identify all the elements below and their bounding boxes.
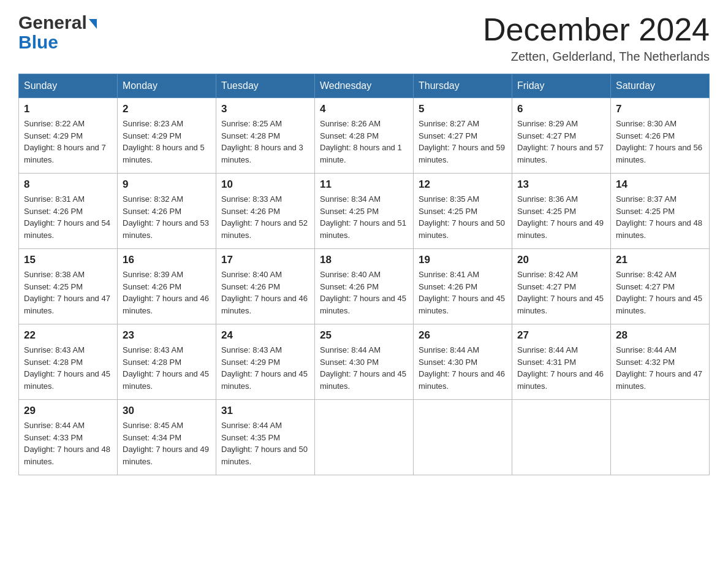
day-number: 28 — [616, 329, 704, 342]
day-number: 15 — [24, 254, 112, 266]
day-number: 22 — [24, 329, 112, 342]
day-info: Sunrise: 8:37 AMSunset: 4:25 PMDaylight:… — [616, 194, 702, 240]
calendar-cell: 5 Sunrise: 8:27 AMSunset: 4:27 PMDayligh… — [414, 98, 512, 174]
day-info: Sunrise: 8:44 AMSunset: 4:33 PMDaylight:… — [24, 421, 110, 466]
day-info: Sunrise: 8:39 AMSunset: 4:26 PMDaylight:… — [123, 270, 209, 315]
calendar-cell: 11 Sunrise: 8:34 AMSunset: 4:25 PMDaylig… — [315, 174, 414, 249]
calendar-cell: 1 Sunrise: 8:22 AMSunset: 4:29 PMDayligh… — [19, 98, 118, 174]
day-number: 6 — [517, 103, 605, 115]
calendar-cell — [512, 400, 611, 475]
calendar-cell: 30 Sunrise: 8:45 AMSunset: 4:34 PMDaylig… — [118, 400, 216, 475]
day-number: 2 — [123, 103, 211, 115]
weekday-header-friday: Friday — [512, 74, 611, 98]
calendar-cell: 24 Sunrise: 8:43 AMSunset: 4:29 PMDaylig… — [216, 324, 315, 400]
calendar-week-row: 8 Sunrise: 8:31 AMSunset: 4:26 PMDayligh… — [19, 174, 710, 249]
month-title: December 2024 — [483, 12, 710, 47]
calendar-cell — [414, 400, 512, 475]
day-number: 16 — [123, 254, 211, 266]
day-info: Sunrise: 8:43 AMSunset: 4:28 PMDaylight:… — [24, 345, 110, 391]
day-info: Sunrise: 8:29 AMSunset: 4:27 PMDaylight:… — [517, 119, 604, 164]
day-info: Sunrise: 8:26 AMSunset: 4:28 PMDaylight:… — [320, 119, 402, 164]
day-number: 4 — [320, 103, 408, 115]
calendar-cell: 19 Sunrise: 8:41 AMSunset: 4:26 PMDaylig… — [414, 249, 512, 324]
day-number: 3 — [221, 103, 309, 115]
day-info: Sunrise: 8:32 AMSunset: 4:26 PMDaylight:… — [123, 194, 209, 240]
day-number: 13 — [517, 178, 605, 191]
calendar-week-row: 15 Sunrise: 8:38 AMSunset: 4:25 PMDaylig… — [19, 249, 710, 324]
weekday-header-sunday: Sunday — [19, 74, 118, 98]
day-info: Sunrise: 8:23 AMSunset: 4:29 PMDaylight:… — [123, 119, 205, 164]
calendar-cell: 22 Sunrise: 8:43 AMSunset: 4:28 PMDaylig… — [19, 324, 118, 400]
calendar-cell: 20 Sunrise: 8:42 AMSunset: 4:27 PMDaylig… — [512, 249, 611, 324]
day-info: Sunrise: 8:34 AMSunset: 4:25 PMDaylight:… — [320, 194, 406, 240]
day-number: 8 — [24, 178, 112, 191]
calendar-cell: 13 Sunrise: 8:36 AMSunset: 4:25 PMDaylig… — [512, 174, 611, 249]
weekday-header-thursday: Thursday — [414, 74, 512, 98]
day-info: Sunrise: 8:44 AMSunset: 4:30 PMDaylight:… — [419, 345, 505, 391]
calendar-cell: 27 Sunrise: 8:44 AMSunset: 4:31 PMDaylig… — [512, 324, 611, 400]
day-number: 12 — [419, 178, 507, 191]
day-info: Sunrise: 8:44 AMSunset: 4:32 PMDaylight:… — [616, 345, 702, 391]
day-number: 25 — [320, 329, 408, 342]
day-info: Sunrise: 8:42 AMSunset: 4:27 PMDaylight:… — [616, 270, 702, 315]
calendar-cell: 31 Sunrise: 8:44 AMSunset: 4:35 PMDaylig… — [216, 400, 315, 475]
calendar-cell: 23 Sunrise: 8:43 AMSunset: 4:28 PMDaylig… — [118, 324, 216, 400]
day-info: Sunrise: 8:27 AMSunset: 4:27 PMDaylight:… — [419, 119, 505, 164]
calendar-week-row: 22 Sunrise: 8:43 AMSunset: 4:28 PMDaylig… — [19, 324, 710, 400]
day-info: Sunrise: 8:22 AMSunset: 4:29 PMDaylight:… — [24, 119, 106, 164]
calendar-cell: 4 Sunrise: 8:26 AMSunset: 4:28 PMDayligh… — [315, 98, 414, 174]
calendar-cell: 17 Sunrise: 8:40 AMSunset: 4:26 PMDaylig… — [216, 249, 315, 324]
calendar-cell: 7 Sunrise: 8:30 AMSunset: 4:26 PMDayligh… — [611, 98, 710, 174]
day-number: 21 — [616, 254, 704, 266]
calendar-cell: 8 Sunrise: 8:31 AMSunset: 4:26 PMDayligh… — [19, 174, 118, 249]
calendar-cell: 3 Sunrise: 8:25 AMSunset: 4:28 PMDayligh… — [216, 98, 315, 174]
calendar-cell: 14 Sunrise: 8:37 AMSunset: 4:25 PMDaylig… — [611, 174, 710, 249]
logo: General Blue — [18, 12, 97, 52]
day-info: Sunrise: 8:40 AMSunset: 4:26 PMDaylight:… — [221, 270, 308, 315]
calendar-cell: 26 Sunrise: 8:44 AMSunset: 4:30 PMDaylig… — [414, 324, 512, 400]
day-info: Sunrise: 8:41 AMSunset: 4:26 PMDaylight:… — [419, 270, 505, 315]
calendar-cell: 28 Sunrise: 8:44 AMSunset: 4:32 PMDaylig… — [611, 324, 710, 400]
calendar-cell: 16 Sunrise: 8:39 AMSunset: 4:26 PMDaylig… — [118, 249, 216, 324]
day-info: Sunrise: 8:31 AMSunset: 4:26 PMDaylight:… — [24, 194, 110, 240]
calendar-cell: 15 Sunrise: 8:38 AMSunset: 4:25 PMDaylig… — [19, 249, 118, 324]
calendar-week-row: 1 Sunrise: 8:22 AMSunset: 4:29 PMDayligh… — [19, 98, 710, 174]
weekday-header-tuesday: Tuesday — [216, 74, 315, 98]
day-info: Sunrise: 8:45 AMSunset: 4:34 PMDaylight:… — [123, 421, 209, 466]
day-number: 5 — [419, 103, 507, 115]
logo-arrow-icon — [89, 19, 97, 29]
day-number: 31 — [221, 405, 309, 417]
day-info: Sunrise: 8:30 AMSunset: 4:26 PMDaylight:… — [616, 119, 702, 164]
title-block: December 2024 Zetten, Gelderland, The Ne… — [483, 12, 710, 64]
day-info: Sunrise: 8:42 AMSunset: 4:27 PMDaylight:… — [517, 270, 604, 315]
day-number: 20 — [517, 254, 605, 266]
day-number: 26 — [419, 329, 507, 342]
day-number: 7 — [616, 103, 704, 115]
calendar-cell — [315, 400, 414, 475]
day-info: Sunrise: 8:40 AMSunset: 4:26 PMDaylight:… — [320, 270, 406, 315]
day-info: Sunrise: 8:33 AMSunset: 4:26 PMDaylight:… — [221, 194, 308, 240]
day-number: 9 — [123, 178, 211, 191]
location-text: Zetten, Gelderland, The Netherlands — [483, 50, 710, 64]
day-info: Sunrise: 8:38 AMSunset: 4:25 PMDaylight:… — [24, 270, 110, 315]
day-number: 24 — [221, 329, 309, 342]
day-number: 23 — [123, 329, 211, 342]
day-number: 29 — [24, 405, 112, 417]
day-number: 17 — [221, 254, 309, 266]
calendar-cell: 9 Sunrise: 8:32 AMSunset: 4:26 PMDayligh… — [118, 174, 216, 249]
logo-general-text: General — [18, 12, 87, 33]
day-number: 30 — [123, 405, 211, 417]
day-info: Sunrise: 8:44 AMSunset: 4:35 PMDaylight:… — [221, 421, 308, 466]
day-number: 18 — [320, 254, 408, 266]
day-info: Sunrise: 8:36 AMSunset: 4:25 PMDaylight:… — [517, 194, 604, 240]
day-number: 1 — [24, 103, 112, 115]
calendar-cell: 21 Sunrise: 8:42 AMSunset: 4:27 PMDaylig… — [611, 249, 710, 324]
calendar-cell — [611, 400, 710, 475]
day-info: Sunrise: 8:44 AMSunset: 4:31 PMDaylight:… — [517, 345, 604, 391]
calendar-cell: 18 Sunrise: 8:40 AMSunset: 4:26 PMDaylig… — [315, 249, 414, 324]
calendar-cell: 12 Sunrise: 8:35 AMSunset: 4:25 PMDaylig… — [414, 174, 512, 249]
calendar-cell: 2 Sunrise: 8:23 AMSunset: 4:29 PMDayligh… — [118, 98, 216, 174]
calendar-cell: 29 Sunrise: 8:44 AMSunset: 4:33 PMDaylig… — [19, 400, 118, 475]
day-info: Sunrise: 8:35 AMSunset: 4:25 PMDaylight:… — [419, 194, 505, 240]
day-info: Sunrise: 8:25 AMSunset: 4:28 PMDaylight:… — [221, 119, 303, 164]
